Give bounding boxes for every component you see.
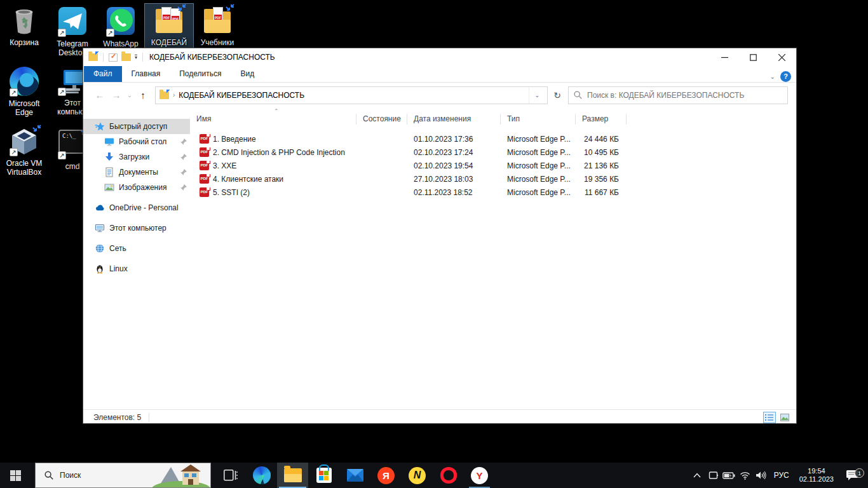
folder-pdf-icon: PDF (202, 6, 233, 36)
taskbar-yellow-n-app-button[interactable] (402, 463, 433, 488)
sidebar-item-desktop[interactable]: Рабочий стол (83, 134, 190, 149)
desktop-icon-whatsapp[interactable]: ↗ WhatsApp (97, 4, 145, 50)
sort-ascending-icon: ⌃ (274, 108, 279, 114)
tab-file[interactable]: Файл (84, 66, 122, 82)
desktop-icon-label: Microsoft Edge (0, 99, 48, 117)
breadcrumb[interactable]: КОДЕБАЙ КИБЕРБЕЗОПАСНОСТЬ (179, 91, 304, 100)
pin-icon[interactable] (180, 138, 187, 146)
pin-icon[interactable] (180, 153, 187, 161)
address-dropdown-button[interactable]: ⌄ (529, 87, 545, 104)
title-bar: ▾ КОДЕБАЙ КИБЕРБЕЗОПАСНОСТЬ (83, 48, 796, 66)
file-row[interactable]: 1. Введение 01.10.2023 17:36 Microsoft E… (190, 132, 796, 146)
column-header-modified[interactable]: Дата изменения (407, 114, 501, 125)
pin-icon[interactable] (180, 184, 187, 191)
tab-view[interactable]: Вид (231, 66, 264, 82)
column-headers: Имя Состояние Дата изменения Тип Размер (190, 111, 796, 127)
customize-qat-button[interactable]: ▾ (135, 55, 137, 60)
address-bar[interactable]: › КОДЕБАЙ КИБЕРБЕЗОПАСНОСТЬ ⌄ (155, 86, 548, 104)
close-button[interactable] (768, 48, 796, 66)
sidebar-item-label: OneDrive - Personal (109, 203, 179, 212)
hidden-icons-button[interactable] (689, 473, 705, 478)
file-row[interactable]: 5. SSTI (2) 02.11.2023 18:52 Microsoft E… (190, 186, 796, 199)
taskbar-store-button[interactable] (308, 463, 339, 488)
start-button[interactable] (0, 463, 31, 488)
maximize-button[interactable] (739, 48, 768, 66)
file-row[interactable]: 3. XXE 02.10.2023 19:54 Microsoft Edge P… (190, 159, 796, 172)
system-tray: РУС 19:54 02.11.2023 1 (689, 463, 868, 488)
taskbar-explorer-button[interactable] (277, 463, 308, 488)
sidebar-item-network[interactable]: Сеть (83, 241, 190, 256)
taskbar-edge-button[interactable] (246, 463, 277, 488)
battery-icon[interactable] (721, 472, 737, 479)
file-name: 4. Клиентские атаки (213, 175, 283, 184)
column-header-status[interactable]: Состояние (356, 114, 407, 125)
desktop-icon-label: КОДЕБАЙ (145, 38, 193, 47)
opera-icon (440, 467, 457, 484)
compressed-arrows-icon (177, 3, 187, 13)
language-indicator[interactable]: РУС (769, 471, 794, 480)
file-type: Microsoft Edge P... (501, 175, 576, 184)
sidebar-item-linux[interactable]: Linux (83, 261, 190, 276)
help-button[interactable] (780, 71, 791, 82)
collapse-ribbon-button[interactable]: ⌄ (770, 73, 775, 80)
tablet-icon (708, 471, 719, 480)
pin-icon[interactable] (180, 168, 187, 176)
clock[interactable]: 19:54 02.11.2023 (794, 467, 839, 484)
up-button[interactable]: ↑ (135, 90, 151, 100)
download-arrow-icon (104, 152, 114, 162)
explorer-search-input[interactable]: Поиск в: КОДЕБАЙ КИБЕРБЕЗОПАСНОСТЬ (568, 86, 788, 104)
tablet-mode-icon[interactable] (705, 471, 721, 480)
computer-icon (95, 223, 105, 233)
tab-share[interactable]: Поделиться (170, 66, 231, 82)
desktop-icon-uchebniki[interactable]: PDF Учебники (193, 4, 241, 48)
column-header-size[interactable]: Размер (576, 114, 627, 125)
minimize-button[interactable] (710, 48, 739, 66)
shortcut-arrow-icon: ↗ (58, 29, 66, 37)
tab-home[interactable]: Главная (122, 66, 170, 82)
task-view-button[interactable] (215, 463, 246, 488)
properties-button[interactable] (109, 53, 118, 62)
desktop-icon-kodebay[interactable]: PDF PDF КОДЕБАЙ (145, 4, 193, 48)
close-icon (778, 54, 785, 61)
sidebar-item-quick-access[interactable]: Быстрый доступ (83, 119, 190, 134)
taskbar-yandex-button[interactable] (370, 463, 402, 488)
file-row[interactable]: 2. CMD Injection & PHP Code Injection 02… (190, 146, 796, 159)
sidebar-item-downloads[interactable]: Загрузки (83, 149, 190, 165)
large-icons-view-button[interactable] (778, 412, 791, 423)
sidebar-item-documents[interactable]: Документы (83, 165, 190, 180)
column-header-type[interactable]: Тип (501, 114, 576, 125)
recycle-bin-icon (9, 6, 39, 36)
sidebar-item-pictures[interactable]: Изображения (83, 180, 190, 195)
new-folder-button[interactable] (121, 53, 131, 61)
column-header-name[interactable]: Имя (190, 114, 356, 125)
desktop-icon-recycle-bin[interactable]: Корзина (0, 4, 48, 48)
file-row[interactable]: 4. Клиентские атаки 27.10.2023 18:03 Mic… (190, 172, 796, 186)
taskbar-yandex-browser-button[interactable] (464, 463, 495, 488)
linux-penguin-icon (95, 264, 105, 274)
details-view-button[interactable] (763, 412, 776, 423)
recent-locations-button[interactable]: ⌄ (125, 92, 135, 98)
sidebar-item-this-pc[interactable]: Этот компьютер (83, 220, 190, 236)
back-button[interactable]: ← (92, 90, 108, 100)
volume-icon[interactable] (753, 471, 769, 480)
taskbar-opera-button[interactable] (433, 463, 464, 488)
quick-access-toolbar: ▾ (88, 53, 144, 62)
onedrive-cloud-icon (95, 203, 105, 213)
sidebar-item-label: Этот компьютер (109, 224, 166, 233)
taskbar-search-input[interactable]: Поиск (35, 463, 211, 488)
compressed-arrows-icon (32, 124, 42, 134)
refresh-button[interactable]: ↻ (548, 90, 567, 100)
sidebar-item-onedrive[interactable]: OneDrive - Personal (83, 200, 190, 215)
wifi-icon[interactable] (737, 471, 753, 480)
action-center-button[interactable]: 1 (839, 470, 865, 481)
desktop-icon-virtualbox[interactable]: ↗ Oracle VM VirtualBox (0, 125, 48, 178)
yandex-browser-icon (471, 467, 488, 484)
pictures-icon (104, 182, 114, 193)
desktop-icon-edge[interactable]: ↗ Microsoft Edge (0, 64, 48, 118)
mail-icon (347, 469, 363, 482)
forward-button[interactable]: → (108, 90, 125, 100)
file-size: 10 495 КБ (576, 148, 627, 157)
taskbar-mail-button[interactable] (339, 463, 370, 488)
pdf-file-icon (200, 147, 209, 157)
sidebar-item-label: Рабочий стол (119, 137, 166, 146)
